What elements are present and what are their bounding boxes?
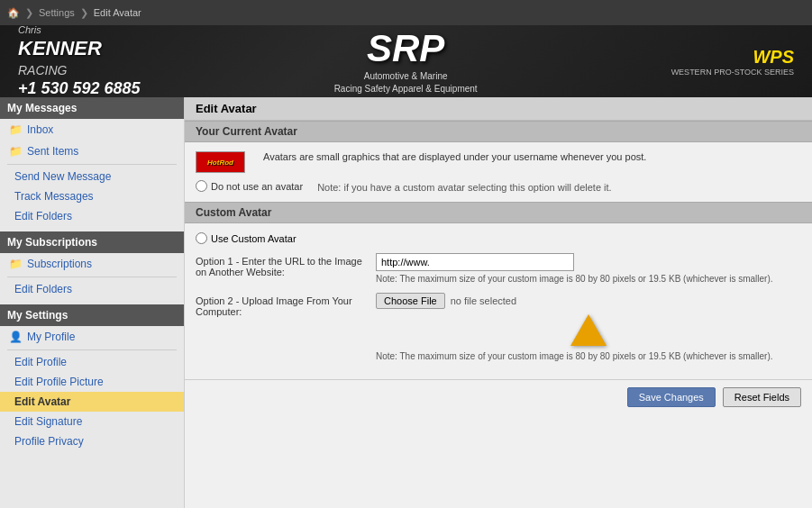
option1-label: Option 1 - Enter the URL to the Image on… bbox=[196, 253, 367, 277]
reset-fields-button[interactable]: Reset Fields bbox=[723, 387, 801, 407]
sidebar-item-edit-signature[interactable]: Edit Signature bbox=[0, 412, 184, 431]
url-input[interactable] bbox=[376, 253, 574, 271]
arrow-container bbox=[376, 314, 801, 346]
banner: Chris KENNER RACING +1 530 592 6885 SRP … bbox=[0, 25, 812, 97]
srp-sub2: Racing Safety Apparel & Equipment bbox=[334, 83, 478, 95]
use-custom-label[interactable]: Use Custom Avatar bbox=[196, 232, 801, 244]
wps-sub: WESTERN PRO-STOCK SERIES bbox=[671, 68, 794, 77]
settings-link[interactable]: Settings bbox=[39, 7, 75, 18]
action-bar: Save Changes Reset Fields bbox=[185, 379, 812, 414]
sidebar-divider-1 bbox=[7, 164, 177, 165]
top-nav: 🏠 ❯ Settings ❯ Edit Avatar bbox=[0, 0, 812, 25]
banner-right: WPS WESTERN PRO-STOCK SERIES bbox=[671, 47, 794, 77]
sidebar-section-my-messages: My Messages bbox=[0, 97, 184, 119]
file-row: Choose File no file selected bbox=[376, 293, 801, 309]
option2-label: Option 2 - Upload Image From Your Comput… bbox=[196, 293, 367, 317]
wps-title: WPS bbox=[671, 47, 794, 68]
section-current-avatar: Your Current Avatar bbox=[185, 121, 812, 142]
sidebar-item-profile-privacy[interactable]: Profile Privacy bbox=[0, 431, 184, 451]
sidebar-item-edit-folders-msg[interactable]: Edit Folders bbox=[0, 206, 184, 226]
avatar-image: HotRod bbox=[196, 151, 245, 173]
sidebar-item-sent[interactable]: Sent Items bbox=[0, 141, 184, 162]
sidebar-item-send-new[interactable]: Send New Message bbox=[0, 167, 184, 186]
use-custom-text: Use Custom Avatar bbox=[211, 233, 297, 244]
up-arrow-icon bbox=[570, 314, 607, 346]
delete-note: Note: if you have a custom avatar select… bbox=[317, 182, 612, 193]
racing-label: RACING bbox=[18, 62, 141, 78]
sidebar-item-track[interactable]: Track Messages bbox=[0, 186, 184, 206]
no-avatar-label[interactable]: Do not use an avatar bbox=[196, 180, 303, 192]
sidebar-item-inbox[interactable]: Inbox bbox=[0, 119, 184, 141]
sidebar-item-edit-avatar[interactable]: Edit Avatar bbox=[0, 392, 184, 412]
sidebar: My Messages Inbox Sent Items Send New Me… bbox=[0, 97, 185, 508]
srp-sub1: Automotive & Marine bbox=[334, 70, 478, 83]
section-custom-avatar: Custom Avatar bbox=[185, 202, 812, 223]
srp-title: SRP bbox=[334, 27, 478, 70]
sidebar-item-edit-profile[interactable]: Edit Profile bbox=[0, 352, 184, 372]
sidebar-item-my-profile[interactable]: My Profile bbox=[0, 326, 184, 348]
sidebar-item-edit-profile-picture[interactable]: Edit Profile Picture bbox=[0, 372, 184, 392]
upload-note: Note: The maximum size of your custom im… bbox=[376, 351, 790, 361]
save-changes-button[interactable]: Save Changes bbox=[627, 387, 716, 407]
choose-file-button[interactable]: Choose File bbox=[376, 293, 445, 309]
sidebar-divider-3 bbox=[7, 349, 177, 350]
content-header: Edit Avatar bbox=[185, 97, 812, 121]
sidebar-item-subscriptions[interactable]: Subscriptions bbox=[0, 253, 184, 275]
no-avatar-text: Do not use an avatar bbox=[211, 181, 303, 192]
option1-row: Option 1 - Enter the URL to the Image on… bbox=[196, 253, 801, 284]
phone-label: +1 530 592 6885 bbox=[18, 78, 141, 97]
current-page-label: Edit Avatar bbox=[94, 7, 141, 18]
sidebar-item-edit-folders-sub[interactable]: Edit Folders bbox=[0, 279, 184, 299]
no-file-label: no file selected bbox=[451, 295, 516, 306]
custom-avatar-section: Use Custom Avatar Option 1 - Enter the U… bbox=[185, 223, 812, 379]
kenner-label: KENNER bbox=[18, 36, 141, 62]
nav-separator1: ❯ bbox=[25, 7, 33, 19]
option2-row: Option 2 - Upload Image From Your Comput… bbox=[196, 293, 801, 361]
sidebar-divider-2 bbox=[7, 277, 177, 277]
url-note: Note: The maximum size of your custom im… bbox=[376, 274, 790, 284]
banner-center: SRP Automotive & Marine Racing Safety Ap… bbox=[334, 27, 478, 95]
option2-right: Choose File no file selected Note: The m… bbox=[376, 293, 801, 361]
sidebar-section-my-settings: My Settings bbox=[0, 304, 184, 326]
content-area: Edit Avatar Your Current Avatar HotRod A… bbox=[185, 97, 812, 508]
sidebar-section-my-subscriptions: My Subscriptions bbox=[0, 231, 184, 253]
banner-left: Chris KENNER RACING +1 530 592 6885 bbox=[18, 25, 141, 97]
avatar-description: Avatars are small graphics that are disp… bbox=[263, 151, 801, 162]
option1-right: Note: The maximum size of your custom im… bbox=[376, 253, 801, 284]
no-avatar-radio[interactable] bbox=[196, 180, 207, 192]
use-custom-radio[interactable] bbox=[196, 232, 207, 244]
avatar-row: HotRod Avatars are small graphics that a… bbox=[196, 151, 801, 173]
home-icon[interactable]: 🏠 bbox=[7, 7, 20, 19]
nav-separator2: ❯ bbox=[80, 7, 88, 19]
